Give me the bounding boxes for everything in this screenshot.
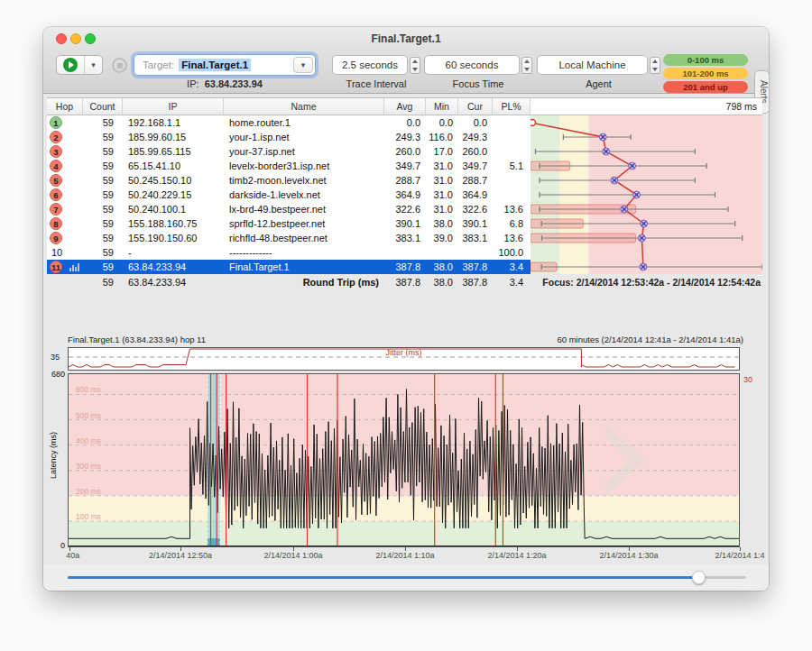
focus-time-field[interactable]: 60 seconds: [424, 55, 520, 75]
agent-field[interactable]: Local Machine: [537, 55, 648, 75]
cell-name: -------------: [224, 247, 384, 258]
desktop: Final.Target.1 ▾ Target: Final.Target.1 …: [0, 0, 812, 651]
cell-count: 59: [83, 261, 123, 272]
cell-count: 59: [83, 175, 123, 186]
table-row-hop-11[interactable]: 115963.84.233.94Final.Target.1387.838.03…: [47, 260, 531, 274]
title-bar[interactable]: Final.Target.1: [43, 27, 769, 50]
cell-cur: 0.0: [458, 117, 493, 128]
table-row-hop-1[interactable]: 159192.168.1.1home.router.10.00.00.0: [47, 115, 531, 130]
cell-ip: -: [123, 247, 224, 258]
cell-ip: 65.15.41.10: [123, 160, 224, 171]
summary-min: 38.0: [426, 277, 458, 288]
round-trip-row: 59 63.84.233.94 Round Trip (ms) 387.8 38…: [47, 277, 531, 288]
cell-hop: 2: [47, 131, 83, 143]
cell-count: 59: [83, 204, 123, 215]
cell-count: 59: [83, 132, 123, 142]
cell-pl: 6.8: [493, 218, 531, 229]
cell-name: sprfld-12.bestpeer.net: [224, 218, 384, 229]
cell-hop: 7: [47, 203, 83, 215]
cell-min: 38.0: [426, 261, 458, 272]
column-header-min[interactable]: Min: [426, 98, 458, 115]
cell-min: 116.0: [426, 132, 458, 142]
table-row-hop-9[interactable]: 959155.190.150.60richfld-48.bestpeer.net…: [47, 231, 531, 245]
cell-min: 31.0: [426, 160, 458, 171]
gridline-label: 500 ms: [76, 411, 101, 420]
table-row-hop-3[interactable]: 359185.99.65.115your-37.isp.net260.017.0…: [47, 144, 531, 159]
toolbar: ▾ Target: Final.Target.1 ▾ IP: 63.84.233…: [43, 50, 769, 94]
cell-hop: 6: [47, 188, 83, 201]
column-header-cur[interactable]: Cur: [458, 98, 493, 115]
focus-time-label: Focus Time: [424, 78, 532, 89]
app-window: Final.Target.1 ▾ Target: Final.Target.1 …: [43, 27, 769, 591]
play-icon: [63, 58, 78, 72]
latency-axis-title: Latency (ms): [49, 424, 58, 487]
hop-badge: 4: [50, 160, 62, 172]
cell-ip: 185.99.65.115: [123, 146, 224, 157]
trace-interval-stepper[interactable]: [410, 57, 420, 74]
cell-hop: 10: [47, 247, 83, 258]
cell-ip: 192.168.1.1: [123, 117, 224, 128]
cell-min: 31.0: [426, 204, 458, 215]
table-row-hop-5[interactable]: 55950.245.150.10timb2-moon.levelx.net288…: [47, 173, 531, 188]
cell-cur: 364.9: [458, 189, 493, 200]
target-label: Target:: [143, 60, 174, 70]
cell-cur: 260.0: [458, 146, 493, 157]
target-dropdown-icon[interactable]: ▾: [293, 57, 313, 73]
cell-hop: 11: [47, 261, 83, 273]
hop-table: HopCountIPNameAvgMinCurPL% 798 ms 159192…: [47, 97, 762, 289]
focus-time-stepper[interactable]: [521, 57, 532, 74]
cell-count: 59: [83, 117, 123, 128]
column-header-avg[interactable]: Avg: [384, 98, 426, 115]
target-combobox[interactable]: Target: Final.Target.1 ▾: [134, 54, 316, 76]
summary-band: 59 63.84.233.94 Round Trip (ms) 387.8 38…: [47, 274, 762, 289]
trace-options-dropdown[interactable]: ▾: [85, 56, 102, 74]
cell-cur: 322.6: [458, 204, 493, 215]
gridline-label: 300 ms: [76, 462, 101, 471]
column-header-pl[interactable]: PL%: [493, 98, 531, 115]
timeline-scrollbar-thumb[interactable]: [692, 571, 706, 584]
column-header-ip[interactable]: IP: [123, 98, 224, 115]
table-row-hop-6[interactable]: 65950.240.229.15darkside-1.levelx.net364…: [47, 188, 531, 202]
cell-ip: 155.188.160.75: [123, 218, 224, 229]
table-row-hop-2[interactable]: 259185.99.60.15your-1.isp.net249.3116.02…: [47, 130, 531, 144]
hop-badge: 1: [50, 116, 62, 129]
cell-count: 59: [83, 218, 123, 229]
hop-badge: 9: [50, 232, 62, 244]
cell-min: 39.0: [426, 233, 458, 243]
summary-avg: 387.8: [384, 277, 426, 288]
cell-pl: 5.1: [493, 160, 531, 171]
trace-interval-label: Trace Interval: [332, 78, 420, 89]
start-trace-button[interactable]: [57, 56, 85, 74]
hop-badge: 3: [50, 145, 62, 158]
column-header-name[interactable]: Name: [224, 98, 384, 115]
table-row-hop-7[interactable]: 75950.240.100.1lx-brd-49.bestpeer.net322…: [47, 202, 531, 216]
cell-ip: 50.245.150.10: [123, 175, 224, 186]
cell-ip: 63.84.233.94: [123, 261, 224, 272]
trace-interval-field[interactable]: 2.5 seconds: [332, 55, 408, 75]
column-header-count[interactable]: Count: [83, 98, 123, 115]
ip-value: 63.84.233.94: [205, 78, 263, 89]
stop-trace-button[interactable]: [112, 58, 127, 73]
cell-hop: 9: [47, 232, 83, 244]
timeline-scrollbar[interactable]: [68, 576, 746, 579]
timeline-graph-icon[interactable]: [69, 263, 79, 271]
cell-name: richfld-48.bestpeer.net: [224, 233, 384, 243]
cell-min: 31.0: [426, 189, 458, 200]
column-header-hop[interactable]: Hop: [47, 98, 83, 115]
cell-min: 31.0: [426, 175, 458, 186]
summary-cur: 387.8: [458, 277, 493, 288]
cell-pl: 3.4: [493, 261, 531, 272]
latency-timeline-graph[interactable]: 600 ms500 ms400 ms300 ms200 ms100 ms: [68, 373, 740, 547]
hop-chart-max-label: 798 ms: [531, 98, 762, 115]
cell-avg: 322.6: [384, 204, 426, 215]
time-tick-label: 40a: [66, 551, 79, 560]
table-row-hop-4[interactable]: 45965.15.41.10levelx-border31.isp.net349…: [47, 159, 531, 173]
table-row-hop-8[interactable]: 859155.188.160.75sprfld-12.bestpeer.net3…: [47, 216, 531, 231]
agent-stepper[interactable]: [650, 57, 660, 74]
cell-min: 17.0: [426, 146, 458, 157]
table-row-hop-10[interactable]: 1059--------------100.0: [47, 245, 531, 260]
target-value[interactable]: Final.Target.1: [179, 59, 251, 71]
summary-name: Round Trip (ms): [224, 277, 384, 288]
cell-pl: 13.6: [493, 233, 531, 243]
gridline-label: 400 ms: [76, 436, 101, 445]
